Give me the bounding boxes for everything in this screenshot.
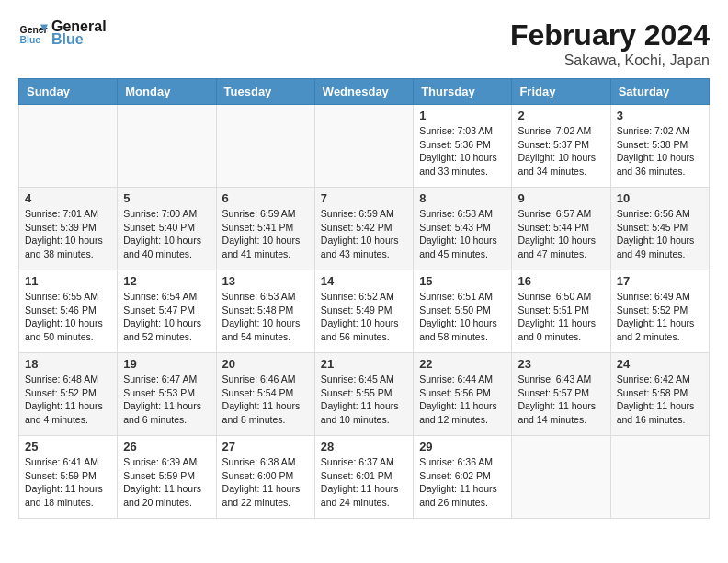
- day-info: Sunrise: 6:53 AM Sunset: 5:48 PM Dayligh…: [222, 290, 309, 344]
- calendar-cell: 11Sunrise: 6:55 AM Sunset: 5:46 PM Dayli…: [19, 270, 118, 353]
- calendar-cell: 9Sunrise: 6:57 AM Sunset: 5:44 PM Daylig…: [512, 188, 610, 270]
- day-number: 12: [123, 274, 210, 288]
- day-info: Sunrise: 6:41 AM Sunset: 5:59 PM Dayligh…: [25, 455, 111, 510]
- day-number: 20: [222, 357, 309, 371]
- calendar-cell: [512, 436, 610, 519]
- day-number: 25: [25, 440, 111, 454]
- day-number: 5: [123, 191, 210, 205]
- weekday-header-thursday: Thursday: [414, 79, 512, 105]
- page-header: General Blue General Blue February 2024 …: [18, 18, 710, 69]
- day-number: 2: [518, 109, 604, 122]
- svg-text:Blue: Blue: [20, 35, 41, 45]
- day-number: 4: [25, 191, 111, 205]
- calendar-cell: [118, 105, 216, 188]
- calendar-cell: 15Sunrise: 6:51 AM Sunset: 5:50 PM Dayli…: [414, 270, 512, 353]
- week-row-2: 11Sunrise: 6:55 AM Sunset: 5:46 PM Dayli…: [19, 270, 710, 353]
- day-info: Sunrise: 6:37 AM Sunset: 6:01 PM Dayligh…: [321, 455, 407, 510]
- day-number: 6: [222, 191, 309, 205]
- day-info: Sunrise: 7:00 AM Sunset: 5:40 PM Dayligh…: [123, 207, 210, 261]
- calendar-cell: 14Sunrise: 6:52 AM Sunset: 5:49 PM Dayli…: [314, 270, 413, 353]
- day-info: Sunrise: 6:59 AM Sunset: 5:41 PM Dayligh…: [222, 207, 309, 261]
- week-row-0: 1Sunrise: 7:03 AM Sunset: 5:36 PM Daylig…: [19, 105, 710, 188]
- logo-icon: General Blue: [18, 18, 48, 48]
- calendar-cell: 3Sunrise: 7:02 AM Sunset: 5:38 PM Daylig…: [610, 105, 709, 188]
- day-number: 17: [617, 274, 703, 288]
- calendar: SundayMondayTuesdayWednesdayThursdayFrid…: [18, 78, 710, 519]
- day-info: Sunrise: 6:44 AM Sunset: 5:56 PM Dayligh…: [419, 373, 506, 427]
- calendar-cell: 21Sunrise: 6:45 AM Sunset: 5:55 PM Dayli…: [314, 353, 413, 436]
- day-info: Sunrise: 6:50 AM Sunset: 5:51 PM Dayligh…: [518, 290, 604, 344]
- day-number: 13: [222, 274, 309, 288]
- weekday-header-sunday: Sunday: [19, 79, 118, 105]
- weekday-header-saturday: Saturday: [610, 79, 709, 105]
- weekday-header-row: SundayMondayTuesdayWednesdayThursdayFrid…: [19, 79, 710, 105]
- day-info: Sunrise: 6:54 AM Sunset: 5:47 PM Dayligh…: [123, 290, 210, 344]
- day-info: Sunrise: 6:52 AM Sunset: 5:49 PM Dayligh…: [321, 290, 407, 344]
- day-number: 18: [25, 357, 111, 371]
- day-info: Sunrise: 6:36 AM Sunset: 6:02 PM Dayligh…: [419, 455, 506, 510]
- day-info: Sunrise: 7:03 AM Sunset: 5:36 PM Dayligh…: [419, 124, 506, 178]
- day-number: 28: [321, 440, 407, 454]
- calendar-cell: 4Sunrise: 7:01 AM Sunset: 5:39 PM Daylig…: [19, 188, 118, 270]
- calendar-cell: 22Sunrise: 6:44 AM Sunset: 5:56 PM Dayli…: [414, 353, 512, 436]
- calendar-cell: 1Sunrise: 7:03 AM Sunset: 5:36 PM Daylig…: [414, 105, 512, 188]
- calendar-cell: 10Sunrise: 6:56 AM Sunset: 5:45 PM Dayli…: [610, 188, 709, 270]
- calendar-cell: 16Sunrise: 6:50 AM Sunset: 5:51 PM Dayli…: [512, 270, 610, 353]
- location-title: Sakawa, Kochi, Japan: [510, 52, 710, 69]
- calendar-cell: 2Sunrise: 7:02 AM Sunset: 5:37 PM Daylig…: [512, 105, 610, 188]
- day-info: Sunrise: 7:01 AM Sunset: 5:39 PM Dayligh…: [25, 207, 111, 261]
- day-info: Sunrise: 6:47 AM Sunset: 5:53 PM Dayligh…: [123, 373, 210, 427]
- calendar-cell: [216, 105, 314, 188]
- day-info: Sunrise: 6:59 AM Sunset: 5:42 PM Dayligh…: [321, 207, 407, 261]
- calendar-cell: 17Sunrise: 6:49 AM Sunset: 5:52 PM Dayli…: [610, 270, 709, 353]
- calendar-cell: 8Sunrise: 6:58 AM Sunset: 5:43 PM Daylig…: [414, 188, 512, 270]
- calendar-cell: 18Sunrise: 6:48 AM Sunset: 5:52 PM Dayli…: [19, 353, 118, 436]
- day-number: 19: [123, 357, 210, 371]
- calendar-cell: 29Sunrise: 6:36 AM Sunset: 6:02 PM Dayli…: [414, 436, 512, 519]
- calendar-cell: 25Sunrise: 6:41 AM Sunset: 5:59 PM Dayli…: [19, 436, 118, 519]
- day-info: Sunrise: 6:49 AM Sunset: 5:52 PM Dayligh…: [617, 290, 703, 344]
- day-info: Sunrise: 6:55 AM Sunset: 5:46 PM Dayligh…: [25, 290, 111, 344]
- day-number: 8: [419, 191, 506, 205]
- weekday-header-tuesday: Tuesday: [216, 79, 314, 105]
- week-row-3: 18Sunrise: 6:48 AM Sunset: 5:52 PM Dayli…: [19, 353, 710, 436]
- day-info: Sunrise: 6:42 AM Sunset: 5:58 PM Dayligh…: [617, 373, 703, 427]
- calendar-cell: 24Sunrise: 6:42 AM Sunset: 5:58 PM Dayli…: [610, 353, 709, 436]
- day-number: 11: [25, 274, 111, 288]
- day-number: 1: [419, 109, 506, 122]
- week-row-1: 4Sunrise: 7:01 AM Sunset: 5:39 PM Daylig…: [19, 188, 710, 270]
- day-number: 22: [419, 357, 506, 371]
- day-number: 24: [617, 357, 703, 371]
- day-number: 9: [518, 191, 604, 205]
- day-number: 23: [518, 357, 604, 371]
- day-number: 14: [321, 274, 407, 288]
- logo-line2: Blue: [51, 31, 107, 48]
- calendar-cell: 12Sunrise: 6:54 AM Sunset: 5:47 PM Dayli…: [118, 270, 216, 353]
- calendar-cell: 26Sunrise: 6:39 AM Sunset: 5:59 PM Dayli…: [118, 436, 216, 519]
- day-number: 15: [419, 274, 506, 288]
- day-info: Sunrise: 6:46 AM Sunset: 5:54 PM Dayligh…: [222, 373, 309, 427]
- day-info: Sunrise: 6:48 AM Sunset: 5:52 PM Dayligh…: [25, 373, 111, 427]
- day-number: 3: [617, 109, 703, 122]
- week-row-4: 25Sunrise: 6:41 AM Sunset: 5:59 PM Dayli…: [19, 436, 710, 519]
- calendar-cell: 23Sunrise: 6:43 AM Sunset: 5:57 PM Dayli…: [512, 353, 610, 436]
- day-info: Sunrise: 6:43 AM Sunset: 5:57 PM Dayligh…: [518, 373, 604, 427]
- day-info: Sunrise: 6:39 AM Sunset: 5:59 PM Dayligh…: [123, 455, 210, 510]
- day-info: Sunrise: 6:51 AM Sunset: 5:50 PM Dayligh…: [419, 290, 506, 344]
- weekday-header-friday: Friday: [512, 79, 610, 105]
- day-number: 10: [617, 191, 703, 205]
- calendar-cell: 19Sunrise: 6:47 AM Sunset: 5:53 PM Dayli…: [118, 353, 216, 436]
- day-number: 26: [123, 440, 210, 454]
- day-info: Sunrise: 6:58 AM Sunset: 5:43 PM Dayligh…: [419, 207, 506, 261]
- logo: General Blue General Blue: [18, 18, 107, 48]
- calendar-cell: 13Sunrise: 6:53 AM Sunset: 5:48 PM Dayli…: [216, 270, 314, 353]
- calendar-cell: [610, 436, 709, 519]
- day-info: Sunrise: 6:45 AM Sunset: 5:55 PM Dayligh…: [321, 373, 407, 427]
- day-number: 7: [321, 191, 407, 205]
- day-info: Sunrise: 7:02 AM Sunset: 5:38 PM Dayligh…: [617, 124, 703, 178]
- calendar-cell: 28Sunrise: 6:37 AM Sunset: 6:01 PM Dayli…: [314, 436, 413, 519]
- day-info: Sunrise: 6:56 AM Sunset: 5:45 PM Dayligh…: [617, 207, 703, 261]
- calendar-cell: 27Sunrise: 6:38 AM Sunset: 6:00 PM Dayli…: [216, 436, 314, 519]
- weekday-header-wednesday: Wednesday: [314, 79, 413, 105]
- calendar-cell: 5Sunrise: 7:00 AM Sunset: 5:40 PM Daylig…: [118, 188, 216, 270]
